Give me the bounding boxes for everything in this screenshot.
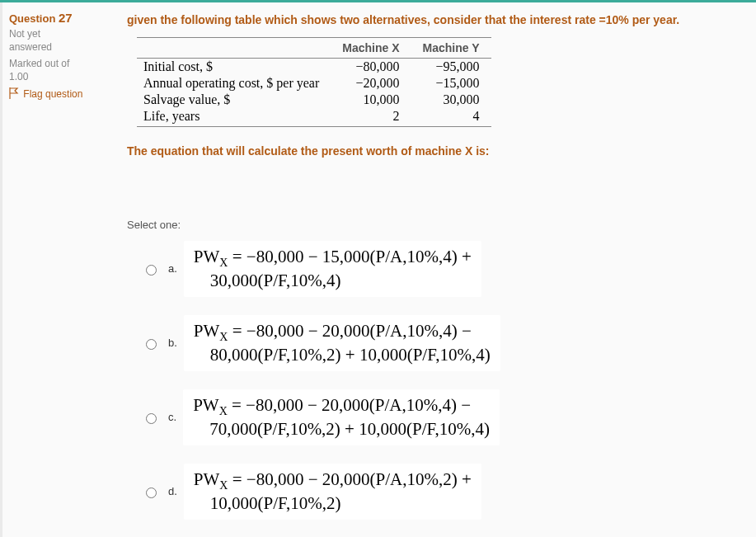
eq-part1: = −80,000 − 20,000(P/A,10%,4) − <box>228 395 471 415</box>
option-a[interactable]: a. PWX = −80,000 − 15,000(P/A,10%,4) + 3… <box>142 241 734 297</box>
eq-part1: = −80,000 − 15,000(P/A,10%,4) + <box>228 247 471 266</box>
status-notyet: Not yet <box>9 28 110 40</box>
question-sidebar: Question 27 Not yet answered Marked out … <box>0 2 120 537</box>
eq-part1: = −80,000 − 20,000(P/A,10%,4) − <box>228 321 471 341</box>
row-label: Initial cost, $ <box>137 59 331 76</box>
row-y: 30,000 <box>411 92 491 108</box>
table-row: Salvage value, $ 10,000 30,000 <box>137 92 491 108</box>
option-d[interactable]: d. PWX = −80,000 − 20,000(P/A,10%,2) + 1… <box>142 464 734 520</box>
table-header-blank <box>137 38 331 59</box>
flag-icon <box>9 87 19 101</box>
marked-out-label: Marked out of <box>9 58 110 69</box>
question-stem-ask: The equation that will calculate the pre… <box>127 142 734 160</box>
row-y: −15,000 <box>411 75 491 92</box>
pw-symbol: PW <box>194 247 220 266</box>
pw-subscript: X <box>219 479 228 492</box>
question-label-word: Question <box>9 12 55 25</box>
row-x: −20,000 <box>331 75 411 92</box>
table-row: Initial cost, $ −80,000 −95,000 <box>137 59 491 76</box>
option-a-letter: a. <box>168 262 177 275</box>
option-b-letter: b. <box>168 337 177 349</box>
question-stem-intro: given the following table which shows tw… <box>127 11 734 29</box>
flag-question-link[interactable]: Flag question <box>9 88 82 100</box>
eq-part2: 30,000(P/F,10%,4) <box>194 271 341 290</box>
option-b[interactable]: b. PWX = −80,000 − 20,000(P/A,10%,4) − 8… <box>142 315 734 371</box>
option-d-letter: d. <box>168 485 177 497</box>
question-number: Question 27 <box>9 11 110 25</box>
pw-subscript: X <box>219 331 228 343</box>
marked-out-value: 1.00 <box>9 71 110 82</box>
option-c-radio[interactable] <box>146 413 157 424</box>
table-header-x: Machine X <box>331 38 411 59</box>
row-label: Life, years <box>137 108 331 127</box>
table-row: Annual operating cost, $ per year −20,00… <box>137 75 491 92</box>
status-answered: answered <box>9 41 110 53</box>
row-label: Annual operating cost, $ per year <box>137 75 331 92</box>
options-wrapper: a. PWX = −80,000 − 15,000(P/A,10%,4) + 3… <box>142 241 734 520</box>
option-c-letter: c. <box>168 411 176 423</box>
row-x: −80,000 <box>331 59 411 76</box>
row-y: −95,000 <box>411 59 491 76</box>
question-main: given the following table which shows tw… <box>120 2 747 537</box>
option-c-equation: PWX = −80,000 − 20,000(P/A,10%,4) − 70,0… <box>183 389 500 445</box>
question-number-value: 27 <box>59 11 73 25</box>
pw-subscript: X <box>219 257 228 269</box>
table-header-y: Machine Y <box>411 38 491 59</box>
option-a-equation: PWX = −80,000 − 15,000(P/A,10%,4) + 30,0… <box>184 241 481 297</box>
flag-question-text: Flag question <box>23 88 82 100</box>
eq-part2: 80,000(P/F,10%,2) + 10,000(P/F,10%,4) <box>194 345 491 365</box>
flag-question-link-wrap: Flag question <box>9 87 110 101</box>
option-a-radio[interactable] <box>146 265 157 276</box>
table-header-row: Machine X Machine Y <box>137 38 491 59</box>
row-x: 2 <box>331 108 411 127</box>
option-c[interactable]: c. PWX = −80,000 − 20,000(P/A,10%,4) − 7… <box>142 389 734 445</box>
row-x: 10,000 <box>331 92 411 108</box>
option-b-radio[interactable] <box>146 339 157 350</box>
table-row: Life, years 2 4 <box>137 108 491 127</box>
pw-subscript: X <box>219 405 228 417</box>
option-b-equation: PWX = −80,000 − 20,000(P/A,10%,4) − 80,0… <box>184 315 500 371</box>
pw-symbol: PW <box>194 321 220 341</box>
eq-part2: 70,000(P/F,10%,2) + 10,000(P/F,10%,4) <box>193 419 490 439</box>
pw-symbol: PW <box>193 395 219 415</box>
option-d-equation: PWX = −80,000 − 20,000(P/A,10%,2) + 10,0… <box>184 464 481 520</box>
row-label: Salvage value, $ <box>137 92 331 108</box>
option-d-radio[interactable] <box>146 488 157 498</box>
data-table: Machine X Machine Y Initial cost, $ −80,… <box>137 37 491 127</box>
eq-part1: = −80,000 − 20,000(P/A,10%,2) + <box>228 469 471 489</box>
row-y: 4 <box>411 108 491 127</box>
pw-symbol: PW <box>194 469 220 489</box>
select-one-label: Select one: <box>127 219 734 231</box>
eq-part2: 10,000(P/F,10%,2) <box>194 493 341 513</box>
